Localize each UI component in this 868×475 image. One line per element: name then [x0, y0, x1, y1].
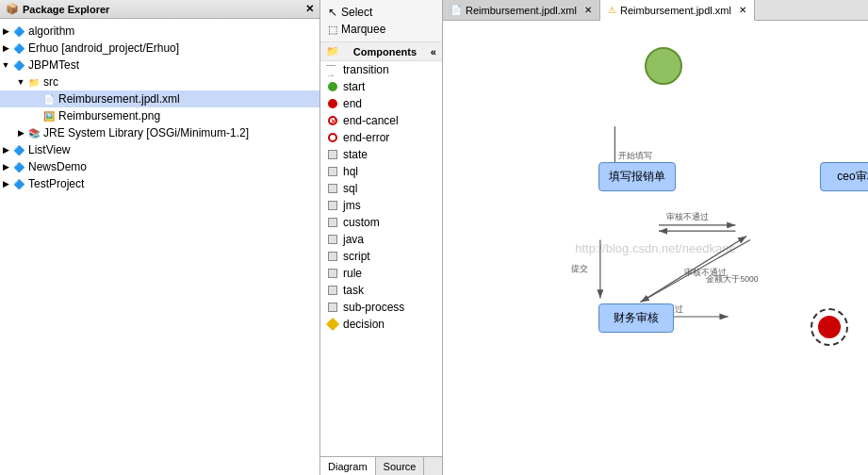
editor-tab-1[interactable]: 📄 Reimbursement.jpdl.xml ✕ [443, 0, 600, 20]
finance-review-shape: 财务审核 [598, 303, 674, 333]
end-icon [326, 97, 339, 110]
project-tree: ▶ 🔷 algorithm ▶ 🔷 Erhuo [android_project… [0, 19, 319, 475]
close-tab-2[interactable]: ✕ [739, 5, 746, 15]
project-icon-algorithm: 🔷 [11, 24, 26, 39]
label-submit: 提交 [571, 264, 588, 273]
tree-item-reimbursement-png[interactable]: 🖼️ Reimbursement.png [0, 107, 319, 124]
expander-newsdemo[interactable]: ▶ [0, 161, 11, 172]
marquee-tool[interactable]: ⬚ Marquee [324, 21, 438, 38]
label-amount: 金额大于5000 [706, 274, 758, 284]
cursor-icon: ↖ [328, 6, 337, 19]
tree-item-reimbursement-jpdl[interactable]: 📄 Reimbursement.jpdl.xml [0, 90, 319, 107]
component-jms[interactable]: jms [320, 197, 442, 214]
project-icon-erhuo: 🔷 [11, 41, 26, 56]
tab-source[interactable]: Source [376, 457, 425, 475]
ceo-review-node[interactable]: ceo审核 [820, 162, 868, 191]
label-reject2: 审核不通过 [684, 268, 727, 277]
rule-icon [326, 267, 339, 280]
expander-testproject[interactable]: ▶ [0, 178, 11, 189]
expander-jre[interactable]: ▶ [15, 127, 26, 139]
panel-title: 📦 Package Explorer [6, 3, 109, 15]
component-end-cancel[interactable]: ✕ end-cancel [320, 112, 442, 129]
expander-src[interactable]: ▼ [15, 76, 26, 88]
xml-tab-icon-1: 📄 [450, 5, 462, 15]
component-transition[interactable]: —→ transition [320, 61, 442, 78]
component-java[interactable]: java [320, 231, 442, 248]
panel-close-icon[interactable]: ✕ [305, 3, 314, 15]
components-folder-icon: 📁 [326, 45, 339, 57]
label-start: 开始填写 [618, 151, 652, 160]
editor-tab-bar: 📄 Reimbursement.jpdl.xml ✕ ⚠ Reimburseme… [443, 0, 868, 21]
component-list: —→ transition start end ✕ end-cancel end… [320, 61, 442, 456]
transition-icon: —→ [326, 63, 339, 76]
expander-algorithm[interactable]: ▶ [0, 25, 11, 37]
collapse-icon[interactable]: « [431, 46, 436, 57]
component-end[interactable]: end [320, 95, 442, 112]
script-icon [326, 250, 339, 263]
xml-icon-jpdl: 📄 [41, 91, 57, 106]
diagram-canvas[interactable]: http://blog.csdn.net/needkane 开始填写 提交 审核… [443, 21, 868, 475]
watermark-text: http://blog.csdn.net/needkane [575, 241, 736, 255]
start-shape [645, 47, 682, 85]
component-end-error[interactable]: end-error [320, 129, 442, 146]
select-tool[interactable]: ↖ Select [324, 4, 438, 21]
end-node[interactable] [811, 308, 848, 346]
jms-icon [326, 199, 339, 212]
package-explorer-panel: 📦 Package Explorer ✕ ▶ 🔷 algorithm ▶ 🔷 E… [0, 0, 320, 475]
png-icon: 🖼️ [41, 108, 57, 123]
finance-review-node[interactable]: 财务审核 [598, 303, 674, 333]
warning-tab-icon: ⚠ [608, 5, 616, 15]
project-icon-jbpmtest: 🔷 [11, 57, 26, 73]
package-explorer-icon: 📦 [6, 3, 19, 15]
state-icon [326, 148, 339, 161]
toolbar: ↖ Select ⬚ Marquee [320, 0, 442, 42]
expander-erhuo[interactable]: ▶ [0, 42, 11, 54]
tree-item-newsdemo[interactable]: ▶ 🔷 NewsDemo [0, 158, 319, 175]
task-icon [326, 284, 339, 297]
bottom-tab-bar: Diagram Source [320, 456, 442, 475]
decision-icon [326, 318, 339, 331]
tab-diagram[interactable]: Diagram [320, 457, 376, 475]
hql-icon [326, 165, 339, 178]
tree-item-src[interactable]: ▼ 📁 src [0, 74, 319, 90]
end-error-icon [326, 131, 339, 144]
svg-line-5 [641, 239, 750, 302]
expander-listview[interactable]: ▶ [0, 144, 11, 156]
tree-item-algorithm[interactable]: ▶ 🔷 algorithm [0, 23, 319, 40]
end-cancel-icon: ✕ [326, 114, 339, 127]
marquee-icon: ⬚ [328, 24, 337, 36]
component-start[interactable]: start [320, 78, 442, 95]
tree-item-jre-lib[interactable]: ▶ 📚 JRE System Library [OSGi/Minimum-1.2… [0, 124, 319, 141]
close-tab-1[interactable]: ✕ [584, 5, 592, 15]
components-header: 📁 Components « [320, 42, 442, 61]
component-state[interactable]: state [320, 146, 442, 163]
svg-line-7 [641, 237, 747, 303]
expander-jbpmtest[interactable]: ▼ [0, 59, 11, 71]
panel-header: 📦 Package Explorer ✕ [0, 0, 319, 19]
tree-item-erhuo[interactable]: ▶ 🔷 Erhuo [android_project/Erhuo] [0, 40, 319, 57]
project-icon-testproject: 🔷 [11, 176, 26, 191]
components-panel: ↖ Select ⬚ Marquee 📁 Components « —→ tra… [320, 0, 443, 475]
component-decision[interactable]: decision [320, 316, 442, 333]
tree-item-testproject[interactable]: ▶ 🔷 TestProject [0, 175, 319, 192]
component-script[interactable]: script [320, 248, 442, 265]
diagram-panel: 📄 Reimbursement.jpdl.xml ✕ ⚠ Reimburseme… [443, 0, 868, 475]
sql-icon [326, 182, 339, 195]
component-sql[interactable]: sql [320, 180, 442, 197]
editor-tab-2[interactable]: ⚠ Reimbursement.jpdl.xml ✕ [600, 0, 755, 21]
tree-item-jbpmtest[interactable]: ▼ 🔷 JBPMTest [0, 57, 319, 74]
jar-icon-jre: 📚 [26, 125, 41, 140]
component-task[interactable]: task [320, 282, 442, 299]
component-sub-process[interactable]: sub-process [320, 299, 442, 316]
fill-form-node[interactable]: 填写报销单 [598, 162, 676, 191]
tree-item-listview[interactable]: ▶ 🔷 ListView [0, 141, 319, 158]
start-node[interactable] [645, 47, 682, 85]
expander-jpdl [30, 93, 41, 105]
end-inner-shape [818, 316, 841, 338]
start-icon [326, 80, 339, 93]
component-hql[interactable]: hql [320, 163, 442, 180]
ceo-review-shape: ceo审核 [820, 162, 868, 191]
component-custom[interactable]: custom [320, 214, 442, 231]
component-rule[interactable]: rule [320, 265, 442, 282]
sub-process-icon [326, 301, 339, 314]
